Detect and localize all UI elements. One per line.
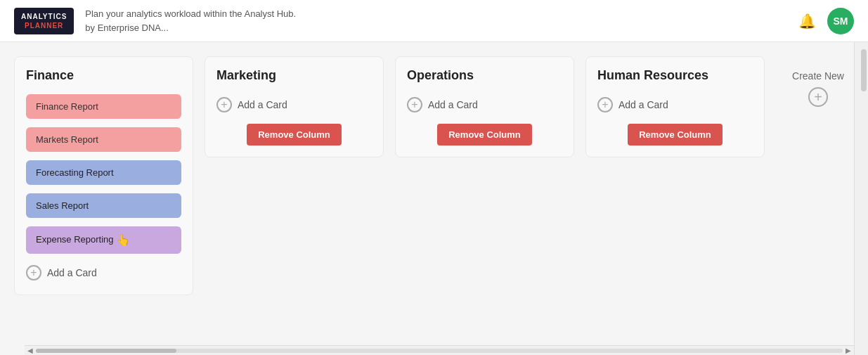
- logo-line1: ANALYTICS: [21, 12, 67, 21]
- scroll-right-arrow[interactable]: ▶: [843, 346, 854, 356]
- bell-icon[interactable]: 🔔: [798, 13, 816, 30]
- column-title-human-resources: Human Resources: [597, 68, 753, 83]
- cursor-icon: 👆: [116, 233, 130, 247]
- add-card-label-finance: Add a Card: [47, 267, 97, 278]
- main: Finance Finance Report Markets Report Fo…: [0, 42, 868, 355]
- h-scroll-track: [36, 349, 843, 353]
- add-card-label-hr: Add a Card: [618, 99, 668, 110]
- column-marketing: Marketing + Add a Card Remove Column: [205, 56, 384, 157]
- add-card-button-operations[interactable]: + Add a Card: [407, 94, 562, 115]
- create-new-area[interactable]: Create New +: [776, 56, 854, 121]
- h-scroll-thumb: [36, 349, 176, 353]
- board-area: Finance Finance Report Markets Report Fo…: [0, 42, 854, 355]
- tagline-line1: Plan your analytics workload within the …: [85, 7, 296, 21]
- card-forecasting-report[interactable]: Forecasting Report: [26, 160, 181, 185]
- column-finance: Finance Finance Report Markets Report Fo…: [14, 56, 193, 295]
- column-operations: Operations + Add a Card Remove Column: [395, 56, 574, 157]
- vertical-scrollbar[interactable]: [854, 42, 868, 355]
- avatar[interactable]: SM: [827, 8, 854, 34]
- add-card-circle-icon-marketing: +: [216, 97, 232, 112]
- add-card-label-marketing: Add a Card: [238, 99, 287, 110]
- add-card-button-hr[interactable]: + Add a Card: [597, 94, 753, 115]
- horizontal-scrollbar[interactable]: ◀ ▶: [25, 345, 854, 355]
- logo-line2: PLANNER: [21, 21, 67, 30]
- add-card-circle-icon: +: [26, 265, 41, 280]
- scroll-thumb-vertical: [861, 49, 867, 91]
- add-card-circle-icon-operations: +: [407, 97, 422, 112]
- add-card-button-marketing[interactable]: + Add a Card: [216, 94, 372, 115]
- column-human-resources: Human Resources + Add a Card Remove Colu…: [585, 56, 765, 157]
- card-finance-report[interactable]: Finance Report: [26, 94, 181, 119]
- header: ANALYTICS PLANNER Plan your analytics wo…: [0, 0, 868, 42]
- create-new-label: Create New: [792, 70, 844, 82]
- scroll-left-arrow[interactable]: ◀: [25, 346, 36, 356]
- add-card-circle-icon-hr: +: [597, 97, 613, 112]
- remove-column-button-marketing[interactable]: Remove Column: [247, 124, 342, 146]
- header-tagline: Plan your analytics workload within the …: [85, 7, 296, 34]
- header-right: 🔔 SM: [798, 8, 854, 34]
- column-title-marketing: Marketing: [216, 68, 372, 83]
- card-markets-report[interactable]: Markets Report: [26, 127, 181, 152]
- card-expense-reporting[interactable]: Expense Reporting 👆: [26, 226, 181, 254]
- logo: ANALYTICS PLANNER: [14, 8, 74, 34]
- remove-column-button-operations[interactable]: Remove Column: [437, 124, 532, 146]
- tagline-line2: by Enterprise DNA...: [85, 21, 296, 35]
- column-title-operations: Operations: [407, 68, 562, 83]
- column-title-finance: Finance: [26, 68, 181, 83]
- header-left: ANALYTICS PLANNER Plan your analytics wo…: [14, 7, 296, 34]
- card-sales-report[interactable]: Sales Report: [26, 193, 181, 218]
- add-card-label-operations: Add a Card: [428, 99, 478, 110]
- add-card-button-finance[interactable]: + Add a Card: [26, 262, 181, 283]
- create-new-icon: +: [808, 87, 828, 107]
- remove-column-button-hr[interactable]: Remove Column: [628, 124, 723, 146]
